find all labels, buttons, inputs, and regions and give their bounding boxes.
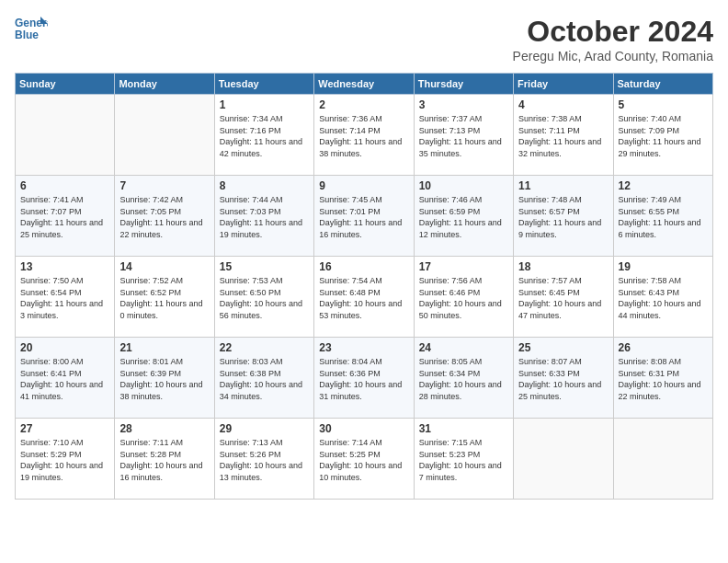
calendar-cell: 8Sunrise: 7:44 AM Sunset: 7:03 PM Daylig… xyxy=(214,176,313,257)
day-info: Sunrise: 7:14 AM Sunset: 5:25 PM Dayligh… xyxy=(319,437,408,483)
location-title: Peregu Mic, Arad County, Romania xyxy=(513,49,713,63)
logo: General Blue xyxy=(15,15,48,42)
day-number: 12 xyxy=(619,179,708,192)
calendar-cell xyxy=(16,95,115,176)
day-info: Sunrise: 8:04 AM Sunset: 6:36 PM Dayligh… xyxy=(319,356,408,402)
day-info: Sunrise: 7:42 AM Sunset: 7:05 PM Dayligh… xyxy=(119,194,209,240)
title-block: October 2024 Peregu Mic, Arad County, Ro… xyxy=(513,15,713,63)
calendar-cell: 22Sunrise: 8:03 AM Sunset: 6:38 PM Dayli… xyxy=(214,338,313,419)
calendar-cell: 4Sunrise: 7:38 AM Sunset: 7:11 PM Daylig… xyxy=(514,95,613,176)
weekday-header: Wednesday xyxy=(314,74,414,95)
calendar-cell: 24Sunrise: 8:05 AM Sunset: 6:34 PM Dayli… xyxy=(414,338,513,419)
svg-text:Blue: Blue xyxy=(15,29,39,41)
day-number: 31 xyxy=(419,422,508,435)
day-number: 9 xyxy=(319,179,408,192)
day-number: 19 xyxy=(619,260,708,273)
calendar-cell: 2Sunrise: 7:36 AM Sunset: 7:14 PM Daylig… xyxy=(314,95,414,176)
calendar-cell: 12Sunrise: 7:49 AM Sunset: 6:55 PM Dayli… xyxy=(613,176,712,257)
day-number: 26 xyxy=(619,341,708,354)
day-number: 24 xyxy=(419,341,508,354)
calendar-cell: 5Sunrise: 7:40 AM Sunset: 7:09 PM Daylig… xyxy=(613,95,712,176)
day-info: Sunrise: 7:34 AM Sunset: 7:16 PM Dayligh… xyxy=(220,113,309,159)
calendar-week-row: 1Sunrise: 7:34 AM Sunset: 7:16 PM Daylig… xyxy=(16,95,713,176)
day-info: Sunrise: 7:13 AM Sunset: 5:26 PM Dayligh… xyxy=(220,437,309,483)
day-info: Sunrise: 7:45 AM Sunset: 7:01 PM Dayligh… xyxy=(319,194,408,240)
day-info: Sunrise: 7:36 AM Sunset: 7:14 PM Dayligh… xyxy=(319,113,408,159)
calendar-cell: 29Sunrise: 7:13 AM Sunset: 5:26 PM Dayli… xyxy=(214,419,313,500)
day-info: Sunrise: 8:01 AM Sunset: 6:39 PM Dayligh… xyxy=(119,356,209,402)
day-info: Sunrise: 8:03 AM Sunset: 6:38 PM Dayligh… xyxy=(220,356,309,402)
calendar-cell: 15Sunrise: 7:53 AM Sunset: 6:50 PM Dayli… xyxy=(214,257,313,338)
weekday-header: Saturday xyxy=(613,74,712,95)
calendar-week-row: 20Sunrise: 8:00 AM Sunset: 6:41 PM Dayli… xyxy=(16,338,713,419)
day-number: 25 xyxy=(518,341,608,354)
day-number: 6 xyxy=(20,179,109,192)
page-header: General Blue October 2024 Peregu Mic, Ar… xyxy=(15,15,713,63)
weekday-header: Thursday xyxy=(414,74,513,95)
weekday-header: Friday xyxy=(514,74,613,95)
day-info: Sunrise: 7:57 AM Sunset: 6:45 PM Dayligh… xyxy=(518,275,608,321)
day-number: 1 xyxy=(220,98,309,111)
month-title: October 2024 xyxy=(513,15,713,49)
day-info: Sunrise: 7:44 AM Sunset: 7:03 PM Dayligh… xyxy=(220,194,309,240)
day-number: 28 xyxy=(119,422,209,435)
day-number: 8 xyxy=(220,179,309,192)
day-number: 15 xyxy=(220,260,309,273)
day-number: 11 xyxy=(518,179,608,192)
day-number: 29 xyxy=(220,422,309,435)
day-number: 21 xyxy=(119,341,209,354)
calendar-cell: 28Sunrise: 7:11 AM Sunset: 5:28 PM Dayli… xyxy=(115,419,214,500)
day-info: Sunrise: 7:46 AM Sunset: 6:59 PM Dayligh… xyxy=(419,194,508,240)
day-number: 23 xyxy=(319,341,408,354)
day-info: Sunrise: 7:56 AM Sunset: 6:46 PM Dayligh… xyxy=(419,275,508,321)
calendar-cell: 7Sunrise: 7:42 AM Sunset: 7:05 PM Daylig… xyxy=(115,176,214,257)
day-number: 5 xyxy=(619,98,708,111)
calendar-cell: 13Sunrise: 7:50 AM Sunset: 6:54 PM Dayli… xyxy=(16,257,115,338)
calendar-cell xyxy=(115,95,214,176)
weekday-header: Monday xyxy=(115,74,214,95)
day-number: 13 xyxy=(20,260,109,273)
day-info: Sunrise: 7:54 AM Sunset: 6:48 PM Dayligh… xyxy=(319,275,408,321)
calendar-cell: 20Sunrise: 8:00 AM Sunset: 6:41 PM Dayli… xyxy=(16,338,115,419)
day-info: Sunrise: 7:58 AM Sunset: 6:43 PM Dayligh… xyxy=(619,275,708,321)
calendar-cell: 9Sunrise: 7:45 AM Sunset: 7:01 PM Daylig… xyxy=(314,176,414,257)
day-info: Sunrise: 7:50 AM Sunset: 6:54 PM Dayligh… xyxy=(20,275,109,321)
day-info: Sunrise: 7:53 AM Sunset: 6:50 PM Dayligh… xyxy=(220,275,309,321)
calendar-cell: 3Sunrise: 7:37 AM Sunset: 7:13 PM Daylig… xyxy=(414,95,513,176)
day-info: Sunrise: 7:10 AM Sunset: 5:29 PM Dayligh… xyxy=(20,437,109,483)
calendar-week-row: 13Sunrise: 7:50 AM Sunset: 6:54 PM Dayli… xyxy=(16,257,713,338)
day-number: 16 xyxy=(319,260,408,273)
day-info: Sunrise: 8:07 AM Sunset: 6:33 PM Dayligh… xyxy=(518,356,608,402)
day-number: 27 xyxy=(20,422,109,435)
day-info: Sunrise: 8:08 AM Sunset: 6:31 PM Dayligh… xyxy=(619,356,708,402)
calendar-cell: 21Sunrise: 8:01 AM Sunset: 6:39 PM Dayli… xyxy=(115,338,214,419)
calendar-cell: 30Sunrise: 7:14 AM Sunset: 5:25 PM Dayli… xyxy=(314,419,414,500)
calendar-cell: 10Sunrise: 7:46 AM Sunset: 6:59 PM Dayli… xyxy=(414,176,513,257)
calendar-cell: 27Sunrise: 7:10 AM Sunset: 5:29 PM Dayli… xyxy=(16,419,115,500)
day-info: Sunrise: 7:41 AM Sunset: 7:07 PM Dayligh… xyxy=(20,194,109,240)
calendar-cell: 23Sunrise: 8:04 AM Sunset: 6:36 PM Dayli… xyxy=(314,338,414,419)
day-number: 20 xyxy=(20,341,109,354)
day-info: Sunrise: 8:05 AM Sunset: 6:34 PM Dayligh… xyxy=(419,356,508,402)
calendar-cell: 14Sunrise: 7:52 AM Sunset: 6:52 PM Dayli… xyxy=(115,257,214,338)
day-number: 22 xyxy=(220,341,309,354)
weekday-header: Tuesday xyxy=(214,74,313,95)
calendar-cell: 1Sunrise: 7:34 AM Sunset: 7:16 PM Daylig… xyxy=(214,95,313,176)
day-number: 3 xyxy=(419,98,508,111)
calendar-cell: 16Sunrise: 7:54 AM Sunset: 6:48 PM Dayli… xyxy=(314,257,414,338)
day-info: Sunrise: 7:48 AM Sunset: 6:57 PM Dayligh… xyxy=(518,194,608,240)
calendar-cell xyxy=(514,419,613,500)
weekday-header-row: SundayMondayTuesdayWednesdayThursdayFrid… xyxy=(16,74,713,95)
day-number: 7 xyxy=(119,179,209,192)
day-info: Sunrise: 7:37 AM Sunset: 7:13 PM Dayligh… xyxy=(419,113,508,159)
calendar-cell: 17Sunrise: 7:56 AM Sunset: 6:46 PM Dayli… xyxy=(414,257,513,338)
calendar-cell: 11Sunrise: 7:48 AM Sunset: 6:57 PM Dayli… xyxy=(514,176,613,257)
calendar-cell: 19Sunrise: 7:58 AM Sunset: 6:43 PM Dayli… xyxy=(613,257,712,338)
calendar-cell xyxy=(613,419,712,500)
day-info: Sunrise: 7:11 AM Sunset: 5:28 PM Dayligh… xyxy=(119,437,209,483)
day-info: Sunrise: 7:38 AM Sunset: 7:11 PM Dayligh… xyxy=(518,113,608,159)
calendar-cell: 6Sunrise: 7:41 AM Sunset: 7:07 PM Daylig… xyxy=(16,176,115,257)
day-info: Sunrise: 7:40 AM Sunset: 7:09 PM Dayligh… xyxy=(619,113,708,159)
calendar-week-row: 6Sunrise: 7:41 AM Sunset: 7:07 PM Daylig… xyxy=(16,176,713,257)
day-info: Sunrise: 8:00 AM Sunset: 6:41 PM Dayligh… xyxy=(20,356,109,402)
